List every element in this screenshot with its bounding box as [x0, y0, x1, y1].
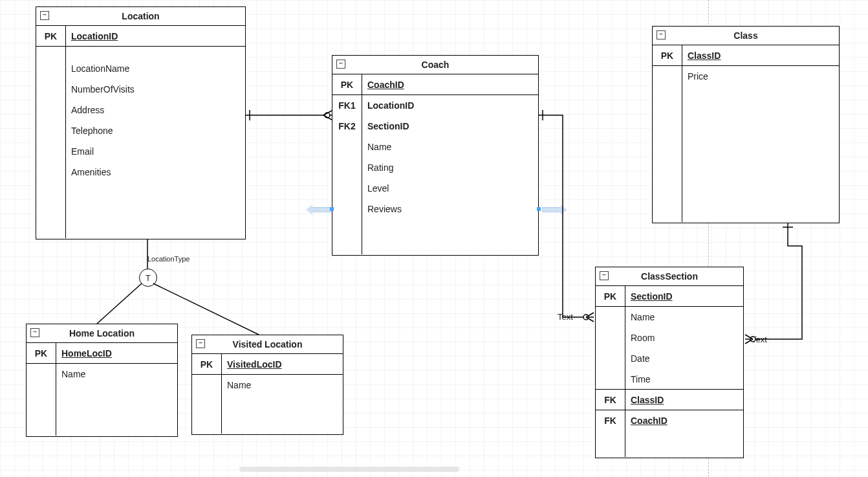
- attr: Room: [625, 327, 743, 348]
- key-cell: FK: [596, 410, 625, 431]
- entity-title: – Coach: [332, 56, 538, 74]
- key-cell: PK: [27, 343, 56, 364]
- collapse-icon[interactable]: –: [600, 271, 609, 280]
- attr: LocationName: [66, 58, 245, 79]
- collapse-icon[interactable]: –: [336, 60, 345, 69]
- key-cell: [332, 178, 362, 199]
- key-cell: FK2: [332, 116, 362, 137]
- inheritance-label: LocationType: [147, 255, 190, 263]
- key-cell: [596, 307, 625, 327]
- entity-title: – ClassSection: [596, 267, 743, 286]
- svg-point-1: [583, 315, 589, 320]
- attr: Reviews: [362, 199, 538, 219]
- attr: Email: [66, 141, 245, 162]
- attr: ClassID: [625, 390, 743, 410]
- entity-visited-location[interactable]: – Visited Location PK VisitedLocID Name: [191, 335, 343, 435]
- collapse-icon[interactable]: –: [40, 11, 49, 20]
- title-text: ClassSection: [641, 271, 698, 282]
- entity-title: – Visited Location: [192, 335, 343, 354]
- entity-class[interactable]: – Class PK ClassID Price: [652, 26, 840, 223]
- key-cell: [332, 137, 362, 157]
- collapse-icon[interactable]: –: [30, 328, 39, 337]
- connector-label: Text: [752, 335, 767, 344]
- attr: NumberOfVisits: [66, 79, 245, 100]
- diagram-canvas[interactable]: – Location PK LocationID LocationName Nu…: [0, 0, 868, 477]
- key-cell: PK: [653, 45, 682, 66]
- inheritance-t-node[interactable]: T: [139, 269, 157, 287]
- entity-title: – Class: [653, 27, 839, 45]
- attr: Amenities: [66, 162, 245, 183]
- title-text: Class: [733, 30, 757, 41]
- pk-attr: LocationID: [66, 26, 245, 47]
- pk-attr: VisitedLocID: [222, 354, 343, 375]
- key-cell: PK: [596, 286, 625, 307]
- attr: Telephone: [66, 120, 245, 141]
- attr: Name: [362, 137, 538, 157]
- key-cell: PK: [36, 26, 65, 47]
- entity-title: – Location: [36, 7, 245, 26]
- title-text: Location: [122, 11, 159, 21]
- key-cell: [596, 348, 625, 369]
- entity-location[interactable]: – Location PK LocationID LocationName Nu…: [36, 6, 246, 239]
- entity-title: – Home Location: [27, 324, 177, 343]
- collapse-icon[interactable]: –: [656, 30, 666, 39]
- entity-home-location[interactable]: – Home Location PK HomeLocID Name: [26, 324, 178, 437]
- key-cell: PK: [192, 354, 221, 375]
- pk-attr: HomeLocID: [56, 343, 177, 364]
- key-cell: FK: [596, 390, 625, 410]
- attr: Price: [682, 66, 839, 87]
- entity-coach[interactable]: – Coach PKFK1FK2 CoachIDLocationIDSectio…: [332, 55, 539, 256]
- attr: Name: [56, 364, 177, 384]
- attr: CoachID: [362, 74, 538, 95]
- attr: Time: [625, 369, 743, 390]
- attr: Name: [625, 307, 743, 327]
- attr: LocationID: [362, 95, 538, 116]
- svg-point-0: [325, 113, 330, 118]
- resize-handle-right[interactable]: [542, 207, 561, 212]
- key-cell: FK1: [332, 95, 362, 116]
- title-text: Home Location: [69, 328, 135, 338]
- horizontal-scrollbar[interactable]: [239, 467, 459, 472]
- key-cell: PK: [332, 74, 362, 95]
- attr: CoachID: [625, 410, 743, 431]
- attr: Rating: [362, 157, 538, 178]
- attr: SectionID: [625, 286, 743, 307]
- key-cell: [332, 199, 362, 219]
- pk-attr: ClassID: [682, 45, 839, 66]
- attr: Name: [222, 375, 343, 395]
- key-cell: [596, 369, 625, 390]
- attr: SectionID: [362, 116, 538, 137]
- resize-handle-left[interactable]: [312, 207, 331, 212]
- t-letter: T: [146, 273, 151, 283]
- key-cell: [596, 327, 625, 348]
- title-text: Visited Location: [233, 339, 303, 349]
- connector-label: Text: [558, 312, 573, 322]
- title-text: Coach: [422, 60, 450, 70]
- entity-class-section[interactable]: – ClassSection PKFKFK SectionIDNameRoomD…: [595, 267, 744, 458]
- attr: Address: [66, 100, 245, 120]
- collapse-icon[interactable]: –: [196, 339, 205, 348]
- attr: Date: [625, 348, 743, 369]
- key-cell: [332, 157, 362, 178]
- attr: Level: [362, 178, 538, 199]
